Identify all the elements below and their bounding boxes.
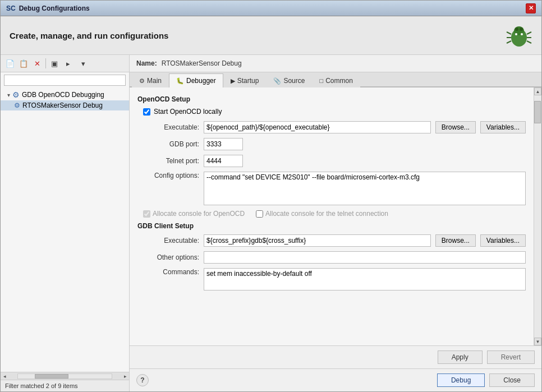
tab-source-label: Source [283,77,305,85]
scroll-right-arrow[interactable]: ▸ [121,373,129,379]
executable-label: Executable: [137,123,199,131]
window-close-button[interactable]: ✕ [526,3,536,13]
tree-area: ▾ ⚙ GDB OpenOCD Debugging ⚙ RTOSMakerSen… [1,88,129,372]
telnet-port-input[interactable] [204,155,243,167]
left-panel: 📄 📋 ✕ ▣ ▸ ▾ ▾ ⚙ GDB OpenOCD Debugging ⚙ … [1,55,130,391]
tab-common[interactable]: □ Common [312,73,360,87]
footer-bar: ? Debug Close [130,368,541,391]
tab-main-label: Main [147,77,162,85]
config-options-row: Config options: --command "set DEVICE M2… [137,172,526,205]
name-label: Name: [136,59,157,67]
gdb-folder-icon: ⚙ [12,90,20,99]
tab-source[interactable]: 📎 Source [266,73,312,87]
delete-btn[interactable]: ✕ [31,57,43,70]
debug-btn[interactable]: Debug [437,373,485,387]
scrollbar-thumb[interactable] [35,374,68,379]
filter-input[interactable] [4,75,126,86]
tree-item-rtos-label: RTOSMakerSensor Debug [22,102,103,109]
startup-tab-icon: ▶ [231,77,235,85]
form-area: OpenOCD Setup Start OpenOCD locally Exec… [130,87,534,345]
revert-btn[interactable]: Revert [487,351,535,364]
tree-item-gdb[interactable]: ▾ ⚙ GDB OpenOCD Debugging [1,89,129,100]
apply-revert-bar: Apply Revert [130,345,541,368]
main-content: 📄 📋 ✕ ▣ ▸ ▾ ▾ ⚙ GDB OpenOCD Debugging ⚙ … [1,55,541,391]
svg-point-3 [520,27,523,31]
filter-btn[interactable]: ▣ [48,57,61,70]
svg-line-9 [527,41,531,43]
allocate-openocd-checkbox[interactable] [143,210,150,218]
main-tab-icon: ⚙ [139,77,145,85]
telnet-port-label: Telnet port: [137,157,199,165]
tree-expand-arrow: ▾ [7,92,10,98]
svg-line-6 [507,41,511,43]
gdb-browse-btn[interactable]: Browse... [435,234,476,247]
rtos-item-icon: ⚙ [14,102,20,109]
executable-browse-btn[interactable]: Browse... [435,121,476,133]
gdb-executable-row: Executable: Browse... Variables... [137,234,526,247]
gdb-port-input[interactable] [204,138,243,150]
filter-status: Filter matched 2 of 9 items [1,380,129,391]
scroll-thumb[interactable] [534,101,541,123]
openocd-section-title: OpenOCD Setup [137,95,526,103]
common-tab-icon: □ [319,77,323,84]
name-row: Name: RTOSMakerSensor Debug [130,55,541,72]
commands-row: Commands: set mem inaccessible-by-defaul… [137,268,526,290]
allocate-telnet-checkbox[interactable] [256,210,263,218]
config-options-label: Config options: [137,172,199,179]
svg-point-2 [515,27,518,31]
gdb-port-row: GDB port: [137,138,526,150]
other-options-input[interactable] [204,251,526,264]
header-section: Create, manage, and run configurations [1,16,541,55]
debugger-tab-icon: 🐛 [176,77,184,85]
other-options-row: Other options: [137,251,526,264]
tree-item-gdb-label: GDB OpenOCD Debugging [22,91,104,99]
scroll-down-arrow[interactable]: ▼ [534,338,541,345]
source-tab-icon: 📎 [273,77,281,85]
svg-line-4 [507,32,511,34]
apply-btn[interactable]: Apply [438,351,483,364]
app-prefix: SC [6,4,16,12]
new-config-btn[interactable]: 📄 [4,57,16,70]
config-options-textarea[interactable]: --command "set DEVICE M2S010" --file boa… [204,172,526,205]
allocate-openocd-item: Allocate console for OpenOCD [143,210,245,218]
gdb-executable-input[interactable] [204,234,431,247]
executable-input[interactable] [204,121,431,133]
name-value: RTOSMakerSensor Debug [162,59,242,67]
allocate-telnet-label: Allocate console for the telnet connecti… [265,210,388,218]
debug-configurations-dialog: SC Debug Configurations ✕ Create, manage… [0,0,542,392]
commands-textarea[interactable]: set mem inaccessible-by-default off [204,268,526,290]
telnet-port-row: Telnet port: [137,155,526,167]
tab-debugger[interactable]: 🐛 Debugger [169,73,223,87]
right-panel: Name: RTOSMakerSensor Debug ⚙ Main 🐛 Deb… [130,55,541,391]
horizontal-scrollbar[interactable]: ◂ ▸ [1,372,129,380]
allocate-openocd-label: Allocate console for OpenOCD [153,210,245,218]
gdb-executable-label: Executable: [137,237,199,245]
executable-variables-btn[interactable]: Variables... [480,121,526,133]
commands-label: Commands: [137,268,199,276]
right-scrollbar: ▲ ▼ [534,87,541,345]
title-bar: SC Debug Configurations ✕ [1,1,541,16]
gdb-variables-btn[interactable]: Variables... [480,234,526,247]
footer-buttons: Debug Close [437,373,535,387]
tab-main[interactable]: ⚙ Main [132,73,169,87]
help-btn[interactable]: ? [136,374,149,386]
svg-line-7 [527,32,531,34]
header-title: Create, manage, and run configurations [10,31,168,40]
expand-btn[interactable]: ▸ [62,57,74,70]
tabs-bar: ⚙ Main 🐛 Debugger ▶ Startup 📎 Source □ [130,72,541,87]
scroll-track[interactable] [534,95,541,338]
scroll-up-arrow[interactable]: ▲ [534,87,541,95]
start-locally-checkbox[interactable] [143,108,150,116]
allocate-row: Allocate console for OpenOCD Allocate co… [137,210,526,218]
close-dialog-btn[interactable]: Close [489,373,535,387]
duplicate-btn[interactable]: 📋 [17,57,30,70]
toolbar: 📄 📋 ✕ ▣ ▸ ▾ [1,55,129,72]
other-options-label: Other options: [137,253,199,261]
more-btn[interactable]: ▾ [75,57,91,70]
svg-point-11 [521,33,523,35]
tab-startup[interactable]: ▶ Startup [223,73,267,87]
scroll-left-arrow[interactable]: ◂ [1,373,8,379]
start-locally-label: Start OpenOCD locally [154,108,222,116]
tree-item-rtos[interactable]: ⚙ RTOSMakerSensor Debug [1,100,129,110]
scrollbar-track[interactable] [17,373,112,379]
